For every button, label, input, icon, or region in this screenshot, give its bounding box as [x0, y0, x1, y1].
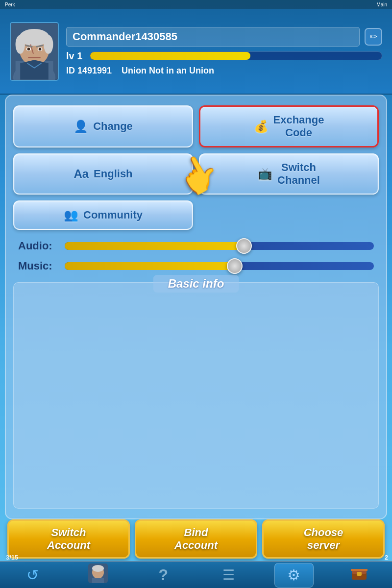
edit-username-button[interactable]: ✏: [365, 28, 382, 46]
top-bar: Perk Main: [0, 0, 392, 9]
top-bar-left: Perk: [5, 2, 15, 7]
svg-rect-19: [92, 578, 104, 583]
bottom-buttons: SwitchAccount BindAccount Chooseserver: [0, 517, 392, 561]
edit-icon: ✏: [370, 31, 377, 42]
switch-account-label: SwitchAccount: [47, 526, 90, 552]
svg-rect-22: [357, 572, 362, 576]
audio-slider-row: Audio:: [18, 240, 374, 252]
id-union-row: ID 1491991 Union Not in an Union: [66, 66, 382, 76]
svg-point-12: [39, 48, 42, 50]
music-slider-row: Music:: [18, 260, 374, 272]
community-icon: 👥: [64, 208, 78, 222]
audio-fill: [65, 242, 244, 250]
nav-help[interactable]: ?: [144, 563, 183, 588]
svg-point-11: [27, 48, 30, 50]
profile-section: Commander1430585 ✏ lv 1 ID 1491991 Union…: [0, 9, 392, 95]
choose-server-label: Chooseserver: [304, 526, 343, 552]
music-label: Music:: [18, 260, 57, 272]
svg-point-7: [44, 35, 53, 53]
level-display: lv 1: [66, 50, 82, 62]
switch-channel-button[interactable]: 📺 SwitchChannel: [199, 153, 379, 195]
nav-settings[interactable]: ⚙: [274, 563, 314, 588]
music-thumb[interactable]: [227, 258, 243, 274]
profile-info: Commander1430585 ✏ lv 1 ID 1491991 Union…: [66, 27, 382, 76]
music-slider[interactable]: [65, 262, 374, 270]
nav-back[interactable]: ↺: [13, 563, 52, 588]
avatar-nav-icon: [88, 564, 108, 587]
right-count-badge: 2: [385, 554, 388, 561]
username-row: Commander1430585 ✏: [66, 27, 382, 47]
exchange-code-button[interactable]: 💰 ExchangeCode: [199, 105, 379, 147]
basic-info-section: Basic info: [13, 282, 379, 509]
sliders-section: Audio: Music:: [13, 237, 379, 275]
language-button[interactable]: Aa English: [13, 153, 193, 195]
settings-icon: ⚙: [287, 566, 300, 584]
help-icon: ?: [159, 566, 169, 584]
svg-point-18: [92, 565, 104, 572]
bottom-nav: ↺ ? ☰ ⚙: [0, 561, 392, 588]
player-id: ID 1491991: [66, 66, 112, 76]
svg-rect-23: [351, 569, 368, 571]
bag-icon: 💰: [254, 120, 269, 133]
font-icon: Aa: [74, 167, 89, 181]
bind-account-label: BindAccount: [174, 526, 218, 552]
bind-account-button[interactable]: BindAccount: [135, 519, 257, 559]
union-status: Union Not in an Union: [122, 66, 214, 76]
left-count-badge: 3/15: [6, 554, 18, 561]
music-fill: [65, 262, 235, 270]
language-label: English: [94, 168, 132, 180]
audio-label: Audio:: [18, 240, 57, 252]
person-icon: 👤: [74, 120, 88, 133]
main-panel: 👤 Change 💰 ExchangeCode Aa English 📺 Swi…: [5, 95, 387, 519]
exchange-code-label: ExchangeCode: [273, 114, 324, 139]
nav-avatar[interactable]: [78, 563, 118, 588]
switch-channel-label: SwitchChannel: [277, 161, 320, 187]
community-button[interactable]: 👥 Community: [13, 200, 193, 230]
xp-bar-fill: [90, 52, 250, 60]
svg-point-6: [16, 35, 25, 53]
audio-thumb[interactable]: [236, 238, 252, 254]
switch-account-button[interactable]: SwitchAccount: [7, 519, 130, 559]
back-icon: ↺: [26, 566, 39, 584]
xp-bar: [90, 51, 382, 60]
username-display: Commander1430585: [66, 27, 360, 47]
nav-chest[interactable]: [340, 563, 379, 588]
level-row: lv 1: [66, 50, 382, 62]
avatar: [10, 22, 59, 81]
chest-icon: [350, 564, 368, 586]
choose-server-button[interactable]: Chooseserver: [262, 519, 385, 559]
tv-icon: 📺: [258, 167, 272, 181]
button-grid: 👤 Change 💰 ExchangeCode Aa English 📺 Swi…: [13, 105, 379, 230]
nav-menu[interactable]: ☰: [209, 563, 248, 588]
menu-icon: ☰: [222, 567, 235, 583]
audio-slider[interactable]: [65, 242, 374, 250]
top-bar-right: Main: [376, 2, 387, 7]
community-label: Community: [83, 209, 143, 221]
basic-info-title: Basic info: [153, 275, 239, 293]
change-button[interactable]: 👤 Change: [13, 105, 193, 147]
change-label: Change: [93, 120, 133, 133]
